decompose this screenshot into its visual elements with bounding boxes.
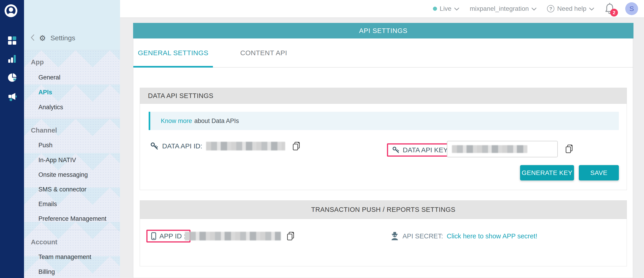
project-dropdown[interactable]: mixpanel_integration [470,5,536,12]
know-more-infobox: Know more about Data APIs [149,112,619,130]
live-status-dot [433,7,437,11]
sidebar-item-analytics[interactable]: Analytics [38,104,63,111]
megaphone-icon[interactable] [0,92,24,102]
environment-dropdown[interactable]: Live [433,5,459,12]
app-id-label: APP ID : [160,232,186,240]
data-api-id-row: DATA API ID: [150,141,301,151]
copy-app-id-icon[interactable] [286,231,295,241]
settings-sidebar-body: App General APIs Analytics Channel Push … [24,50,120,278]
sidebar-section-channel: Channel [31,127,57,134]
chevron-down-icon [532,8,536,11]
data-api-key-highlight-box: DATA API KEY: [387,143,455,157]
sidebar-item-onsite-messaging[interactable]: Onsite messaging [38,171,88,178]
help-dropdown[interactable]: ? Need help [547,5,594,12]
sidebar-item-push[interactable]: Push [38,142,52,149]
sidebar-item-billing[interactable]: Billing [38,268,55,275]
know-more-text: about Data APIs [194,117,239,125]
know-more-link[interactable]: Know more [161,117,192,125]
notifications-button[interactable]: 2 [605,3,615,15]
project-name: mixpanel_integration [470,5,529,12]
sidebar-divider [24,230,120,230]
help-label: Need help [557,5,586,12]
sidebar-item-general[interactable]: General [38,74,60,81]
transaction-section-title: TRANSACTION PUSH / REPORTS SETTINGS [140,201,626,219]
data-api-section-title: DATA API SETTINGS [140,88,626,104]
sidebar-item-team-management[interactable]: Team management [38,253,91,260]
gear-icon: ⚙ [39,34,46,42]
data-api-settings-section: DATA API SETTINGS Know more about Data A… [140,88,627,190]
page-title: API SETTINGS [133,23,634,39]
sidebar-divider [24,118,120,118]
brand-logo[interactable] [4,4,18,18]
key-icon [150,142,158,150]
bar-chart-icon[interactable] [0,54,24,63]
show-app-secret-link[interactable]: Click here to show APP secret! [447,232,537,240]
help-icon: ? [547,5,554,12]
data-api-key-label: DATA API KEY: [403,146,450,154]
tab-general-settings[interactable]: GENERAL SETTINGS [133,39,213,67]
copy-data-api-key-icon[interactable] [565,144,574,154]
sidebar-title: Settings [50,34,75,42]
api-settings-card: API SETTINGS GENERAL SETTINGS CONTENT AP… [133,23,633,278]
sidebar-item-in-app-nativ[interactable]: In-App NATIV [38,157,76,164]
sidebar-item-apis[interactable]: APIs [38,89,52,96]
chevron-down-icon [454,8,459,11]
sidebar-item-emails[interactable]: Emails [38,201,57,208]
settings-sidebar: ⚙ Settings App General APIs Analytics Ch… [24,0,120,278]
back-chevron-icon[interactable] [30,34,34,42]
phone-icon [151,232,156,240]
notification-badge: 2 [610,9,618,17]
live-label: Live [440,5,452,12]
transaction-settings-section: TRANSACTION PUSH / REPORTS SETTINGS APP … [140,200,627,266]
data-api-key-value-redacted [452,145,527,153]
dashboard-grid-icon[interactable] [0,36,24,45]
sidebar-section-app: App [31,58,44,66]
sidebar-section-account: Account [31,238,58,246]
app-id-highlight-box: APP ID : [146,230,190,242]
spy-icon [390,232,399,240]
app-rail [0,0,24,278]
generate-key-button[interactable]: GENERATE KEY [520,165,574,180]
data-api-key-input[interactable] [447,141,558,157]
sidebar-item-preference-management[interactable]: Preference Management [38,215,106,222]
api-secret-label: API SECRET: [402,232,443,240]
save-button[interactable]: SAVE [579,165,619,180]
avatar[interactable]: S [625,2,638,15]
pie-chart-icon[interactable] [0,73,24,82]
chevron-down-icon [589,8,594,11]
topbar: Live mixpanel_integration ? Need help 2 … [120,0,644,18]
active-tab-underline [133,66,213,68]
tab-content-api[interactable]: CONTENT API [216,39,312,67]
settings-sidebar-header: ⚙ Settings [24,0,120,50]
app-id-value-redacted [185,232,281,240]
data-api-id-label: DATA API ID: [162,142,202,150]
tabs-row: GENERAL SETTINGS CONTENT API [133,39,633,68]
key-icon [392,146,400,154]
copy-data-api-id-icon[interactable] [292,141,301,151]
screen: ⚙ Settings App General APIs Analytics Ch… [0,0,644,278]
sidebar-item-sms-connector[interactable]: SMS & connector [38,186,86,193]
data-api-id-value-redacted [206,142,285,150]
api-secret-row: API SECRET: Click here to show APP secre… [390,232,537,240]
